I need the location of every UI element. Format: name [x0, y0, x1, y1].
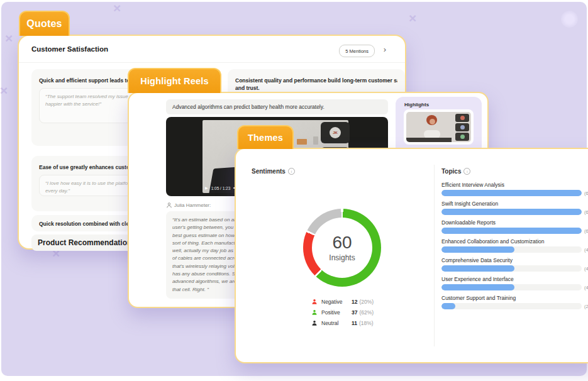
quote-title: Consistent quality and performance build…	[235, 77, 397, 84]
sentiment-legend: Negative 12 (20%) Positive 37 (62%) Neut…	[311, 296, 374, 328]
legend-value: 12	[352, 299, 357, 305]
participant-tile	[455, 114, 469, 122]
topic-count: (4	[584, 247, 588, 253]
legend-label: Neutral	[321, 320, 352, 326]
topic-label: Enhanced Collaboration and Customization	[441, 238, 588, 245]
legend-row: Negative 12 (20%)	[311, 296, 374, 307]
topic-label: Downloadable Reports	[441, 219, 588, 226]
screenshot-root: × × × × × Customer Satisfaction 5 Mentio…	[0, 0, 588, 381]
highlight-thumbnail[interactable]	[404, 109, 474, 145]
topic-bar-track	[441, 228, 582, 234]
topic-bar-fill	[441, 265, 514, 272]
topic-label: Customer Support and Training	[441, 295, 588, 301]
decor-shelf	[313, 136, 318, 145]
participant-tile	[455, 133, 469, 141]
topic-row: Efficient Interview Analysis (6	[441, 182, 588, 196]
section-title: Customer Satisfaction	[31, 45, 108, 53]
info-icon[interactable]: i	[288, 168, 295, 175]
legend-value: 37	[352, 309, 357, 316]
decor-shelf	[297, 139, 307, 145]
avatar	[460, 135, 465, 139]
participant-tiles	[455, 114, 469, 142]
insights-label: Insights	[329, 253, 355, 262]
tab-highlight-reels[interactable]: Highlight Reels	[128, 68, 221, 93]
person-icon	[167, 202, 172, 208]
decor-x-icon: ×	[0, 84, 8, 97]
topic-label: Swift Insight Generation	[441, 201, 588, 207]
topics-header: Topics i	[441, 168, 470, 175]
participant-tile	[455, 123, 469, 131]
decor-x-icon: ×	[409, 11, 416, 25]
person-icon	[311, 299, 318, 305]
topic-row: Customer Support and Training (2	[441, 295, 588, 309]
transcript-speaker-row: Julia Hammeter:	[167, 202, 211, 208]
person-icon	[311, 309, 318, 316]
topic-bar-track	[441, 284, 582, 290]
topic-row: Comprehensive Data Security (4	[441, 257, 588, 272]
sentiments-header: Sentiments i	[252, 168, 295, 175]
topic-count: (4	[584, 266, 588, 272]
divider	[434, 165, 435, 346]
topic-count: (6	[584, 190, 588, 196]
decor-x-icon: ×	[5, 31, 13, 45]
insights-count: 60	[332, 234, 352, 251]
mentions-badge[interactable]: 5 Mentions	[339, 45, 375, 57]
topic-bar-track	[441, 209, 582, 215]
person-figure	[430, 119, 435, 124]
reel-title: Advanced algorithms can predict battery …	[166, 99, 388, 114]
topic-label: Comprehensive Data Security	[441, 257, 588, 263]
topic-bar-fill	[441, 284, 514, 290]
topic-bar-fill	[441, 246, 514, 253]
topic-row: Swift Insight Generation (6	[441, 201, 588, 215]
topic-bar-fill	[441, 228, 582, 234]
divider	[19, 62, 405, 63]
decor-x-icon: ×	[113, 1, 121, 14]
quote-title: and trust.	[235, 84, 397, 92]
tab-themes[interactable]: Themes	[237, 125, 294, 149]
themes-card: Sentiments i 60 Insights Negative 12 (20…	[235, 148, 588, 363]
topic-bar-track	[441, 190, 582, 196]
desk-figure	[406, 138, 452, 142]
topic-row: Downloadable Reports (6	[441, 219, 588, 234]
topic-bar-fill	[441, 190, 582, 196]
person-icon	[311, 320, 318, 326]
topic-row: User Experience and Interface (4	[441, 276, 588, 290]
topic-row: Enhanced Collaboration and Customization…	[441, 238, 588, 253]
highlights-title: Highlights	[404, 102, 429, 108]
video-timestamp: 1:05 / 1:23	[211, 186, 231, 190]
avatar	[460, 125, 465, 130]
play-icon[interactable]: ▶	[205, 186, 208, 190]
legend-label: Positive	[321, 309, 352, 316]
legend-label: Negative	[321, 299, 352, 305]
transcript-speaker: Julia Hammeter:	[174, 202, 211, 208]
topic-count: (6	[584, 209, 588, 215]
participant-tile: JK	[321, 122, 350, 143]
avatar	[460, 116, 465, 120]
legend-value: 11	[352, 320, 357, 326]
topics-title: Topics	[441, 168, 461, 175]
topic-bar-track	[441, 303, 582, 309]
topic-count: (2	[584, 304, 588, 309]
sentiment-donut-chart: 60 Insights	[303, 209, 381, 287]
info-icon[interactable]: i	[463, 168, 470, 175]
legend-row: Neutral 11 (18%)	[311, 318, 374, 328]
legend-percent: (18%)	[359, 320, 374, 326]
decor-circle	[561, 11, 578, 28]
legend-percent: (62%)	[359, 309, 374, 316]
topic-bar-fill	[441, 209, 582, 215]
thumbnail-image	[406, 112, 471, 142]
topic-count: (6	[584, 228, 588, 234]
legend-percent: (20%)	[359, 299, 374, 305]
topic-count: (4	[584, 285, 588, 290]
topic-label: Efficient Interview Analysis	[441, 182, 588, 188]
topics-list: Efficient Interview Analysis (6Swift Ins…	[441, 182, 588, 314]
topic-bar-track	[441, 246, 582, 253]
topic-bar-fill	[441, 303, 455, 309]
topic-bar-track	[441, 265, 582, 272]
sentiments-title: Sentiments	[252, 168, 286, 175]
avatar: JK	[330, 127, 341, 138]
donut-center: 60 Insights	[312, 218, 372, 278]
chevron-right-icon[interactable]: ›	[384, 45, 386, 54]
legend-row: Positive 37 (62%)	[311, 307, 374, 318]
tab-quotes[interactable]: Quotes	[19, 11, 70, 36]
